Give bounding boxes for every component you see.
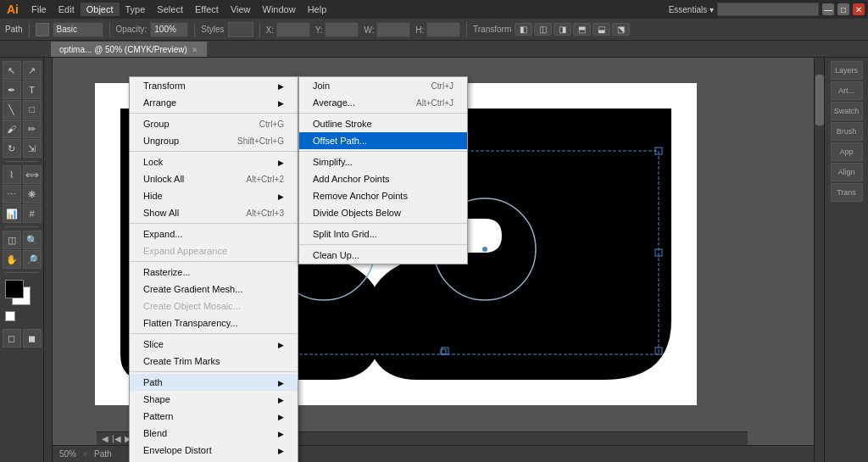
- menu-ungroup[interactable]: Ungroup Shift+Ctrl+G: [130, 132, 298, 149]
- column-graph-tool[interactable]: 📊: [3, 204, 21, 223]
- x-field[interactable]: [276, 22, 310, 37]
- menu-envelope-distort[interactable]: Envelope Distort: [130, 442, 298, 459]
- menu-expand-appearance[interactable]: Expand Appearance: [130, 242, 298, 259]
- prev-page-btn[interactable]: ◀: [102, 434, 108, 443]
- canvas-area[interactable]: ◀ |◀ ▶ ▶| 50% ▾ Path Transform Arrange G…: [53, 58, 814, 462]
- close-button[interactable]: ✕: [853, 3, 865, 15]
- draw-normal-btn[interactable]: ◻: [3, 329, 21, 348]
- gradient-tool[interactable]: ◫: [3, 231, 21, 249]
- menu-flatten-transparency[interactable]: Flatten Transparency...: [130, 314, 298, 331]
- hand-tool[interactable]: ✋: [3, 250, 21, 269]
- eyedropper-tool[interactable]: 🔍: [23, 231, 42, 249]
- menu-create-trim-marks[interactable]: Create Trim Marks: [130, 353, 298, 370]
- menu-edit[interactable]: Edit: [53, 3, 81, 16]
- layers-panel-btn[interactable]: Layers: [831, 61, 863, 80]
- align-top-btn[interactable]: ⬒: [573, 23, 591, 36]
- scrollbar-thumb[interactable]: [815, 75, 824, 125]
- submenu-join[interactable]: Join Ctrl+J: [299, 77, 467, 94]
- menu-rasterize[interactable]: Rasterize...: [130, 264, 298, 281]
- menu-help[interactable]: Help: [302, 3, 333, 16]
- first-page-btn[interactable]: |◀: [112, 434, 121, 443]
- direct-selection-tool[interactable]: ↗: [23, 61, 42, 80]
- stroke-color-swatch[interactable]: [36, 23, 49, 36]
- paintbrush-tool[interactable]: 🖌: [3, 120, 21, 138]
- menu-lock[interactable]: Lock: [130, 153, 298, 170]
- search-input[interactable]: [717, 3, 819, 16]
- symbol-tool[interactable]: ❋: [23, 185, 42, 203]
- menu-expand[interactable]: Expand...: [130, 225, 298, 242]
- submenu-divide-objects[interactable]: Divide Objects Below: [299, 204, 467, 221]
- color-swatches[interactable]: [5, 280, 39, 305]
- restore-button[interactable]: □: [837, 3, 849, 15]
- menu-shape[interactable]: Shape: [130, 391, 298, 408]
- menu-create-object-mosaic[interactable]: Create Object Mosaic...: [130, 298, 298, 314]
- menu-object[interactable]: Object: [81, 3, 120, 16]
- align-left-btn[interactable]: ◧: [515, 23, 532, 36]
- styles-selector[interactable]: [228, 22, 253, 37]
- blend-tool[interactable]: ⋯: [3, 185, 21, 203]
- fill-swatch[interactable]: [5, 280, 24, 298]
- scale-tool[interactable]: ⇲: [23, 139, 42, 158]
- rotate-tool[interactable]: ↻: [3, 139, 21, 158]
- menu-perspective[interactable]: Perspective: [130, 459, 298, 462]
- menu-file[interactable]: File: [25, 3, 53, 16]
- submenu-average[interactable]: Average... Alt+Ctrl+J: [299, 94, 467, 111]
- pencil-tool[interactable]: ✏: [23, 120, 42, 138]
- menu-pattern[interactable]: Pattern: [130, 408, 298, 425]
- document-tab[interactable]: optima... @ 50% (CMYK/Preview) ✕: [51, 42, 208, 57]
- align-bottom-btn[interactable]: ⬔: [612, 23, 630, 36]
- pen-tool[interactable]: ✒: [3, 81, 21, 99]
- menu-slice[interactable]: Slice: [130, 336, 298, 353]
- align-middle-btn[interactable]: ⬓: [593, 23, 610, 36]
- menu-effect[interactable]: Effect: [189, 3, 225, 16]
- menu-blend[interactable]: Blend: [130, 425, 298, 442]
- menu-hide[interactable]: Hide: [130, 187, 298, 204]
- h-field[interactable]: [426, 22, 460, 37]
- submenu-remove-anchor[interactable]: Remove Anchor Points: [299, 187, 467, 204]
- mesh-tool[interactable]: #: [23, 204, 42, 223]
- menu-transform[interactable]: Transform: [130, 77, 298, 94]
- menu-create-gradient-mesh[interactable]: Create Gradient Mesh...: [130, 281, 298, 298]
- menu-select[interactable]: Select: [151, 3, 189, 16]
- brushes-panel-btn[interactable]: Brush: [831, 122, 863, 141]
- selection-tool[interactable]: ↖: [3, 61, 21, 80]
- fill-none-btn[interactable]: [5, 311, 15, 321]
- menu-type[interactable]: Type: [120, 3, 152, 16]
- menu-path[interactable]: Path: [130, 374, 298, 391]
- submenu-add-anchor[interactable]: Add Anchor Points: [299, 170, 467, 187]
- menu-window[interactable]: Window: [257, 3, 302, 16]
- submenu-simplify[interactable]: Simplify...: [299, 153, 467, 170]
- align-right-btn[interactable]: ◨: [554, 23, 571, 36]
- minimize-button[interactable]: —: [822, 3, 834, 15]
- menu-show-all[interactable]: Show All Alt+Ctrl+3: [130, 204, 298, 221]
- vertical-scrollbar[interactable]: [814, 58, 824, 462]
- warp-tool[interactable]: ⌇: [3, 165, 21, 184]
- submenu-offset-path[interactable]: Offset Path...: [299, 132, 467, 149]
- y-field[interactable]: [325, 22, 359, 37]
- draw-inside-btn[interactable]: ◼: [23, 329, 42, 348]
- opacity-input[interactable]: [150, 22, 188, 37]
- submenu-split-grid[interactable]: Split Into Grid...: [299, 225, 467, 242]
- submenu-outline-stroke[interactable]: Outline Stroke: [299, 115, 467, 132]
- width-tool[interactable]: ⟺: [23, 165, 42, 184]
- essentials-label[interactable]: Essentials ▾: [669, 5, 714, 14]
- stroke-input[interactable]: [53, 22, 103, 37]
- menu-group[interactable]: Group Ctrl+G: [130, 115, 298, 132]
- type-tool[interactable]: T: [23, 81, 42, 99]
- rect-tool[interactable]: □: [23, 100, 42, 119]
- w-field[interactable]: [376, 22, 410, 37]
- swatches-panel-btn[interactable]: Swatch: [831, 102, 863, 120]
- tab-close[interactable]: ✕: [192, 46, 198, 54]
- align-center-btn[interactable]: ◫: [534, 23, 552, 36]
- menu-view[interactable]: View: [225, 3, 257, 16]
- line-tool[interactable]: ╲: [3, 100, 21, 119]
- artboards-panel-btn[interactable]: Art...: [831, 81, 863, 100]
- appearance-panel-btn[interactable]: App: [831, 142, 863, 161]
- transform-panel-btn[interactable]: Trans: [831, 183, 863, 202]
- align-panel-btn[interactable]: Align: [831, 163, 863, 181]
- menu-unlock-all[interactable]: Unlock All Alt+Ctrl+2: [130, 170, 298, 187]
- submenu-clean-up[interactable]: Clean Up...: [299, 247, 467, 264]
- zoom-tool[interactable]: 🔎: [23, 250, 42, 269]
- zoom-level[interactable]: 50%: [59, 449, 76, 459]
- menu-arrange[interactable]: Arrange: [130, 94, 298, 111]
